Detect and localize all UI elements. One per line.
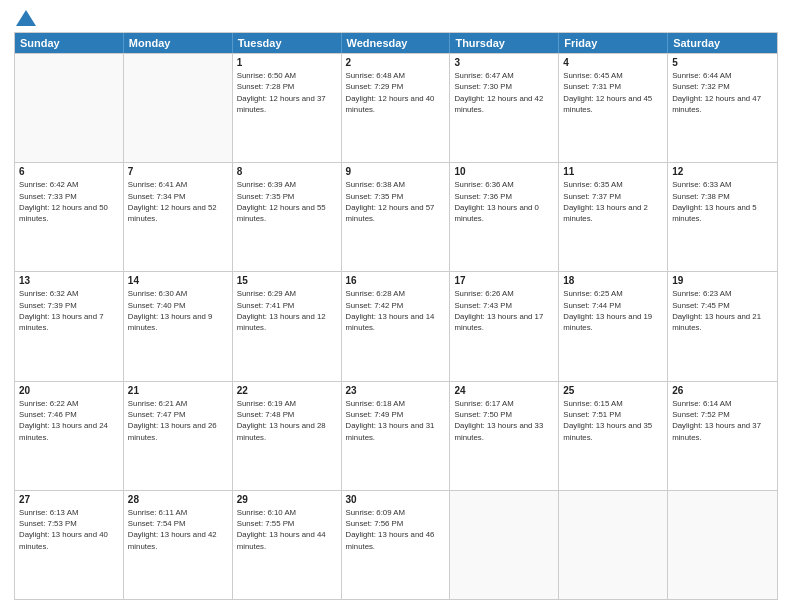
sun-info: Sunrise: 6:30 AM Sunset: 7:40 PM Dayligh… [128, 288, 228, 333]
sun-info: Sunrise: 6:23 AM Sunset: 7:45 PM Dayligh… [672, 288, 773, 333]
logo-icon [16, 10, 36, 26]
day-number: 3 [454, 57, 554, 68]
calendar-row-1: 6Sunrise: 6:42 AM Sunset: 7:33 PM Daylig… [15, 162, 777, 271]
sun-info: Sunrise: 6:35 AM Sunset: 7:37 PM Dayligh… [563, 179, 663, 224]
sun-info: Sunrise: 6:48 AM Sunset: 7:29 PM Dayligh… [346, 70, 446, 115]
calendar-cell: 10Sunrise: 6:36 AM Sunset: 7:36 PM Dayli… [450, 163, 559, 271]
day-number: 24 [454, 385, 554, 396]
calendar-cell: 25Sunrise: 6:15 AM Sunset: 7:51 PM Dayli… [559, 382, 668, 490]
header [14, 12, 778, 24]
sun-info: Sunrise: 6:45 AM Sunset: 7:31 PM Dayligh… [563, 70, 663, 115]
calendar-cell: 14Sunrise: 6:30 AM Sunset: 7:40 PM Dayli… [124, 272, 233, 380]
calendar-cell: 24Sunrise: 6:17 AM Sunset: 7:50 PM Dayli… [450, 382, 559, 490]
day-number: 5 [672, 57, 773, 68]
day-number: 23 [346, 385, 446, 396]
calendar-cell: 12Sunrise: 6:33 AM Sunset: 7:38 PM Dayli… [668, 163, 777, 271]
day-number: 2 [346, 57, 446, 68]
day-number: 22 [237, 385, 337, 396]
calendar-cell: 29Sunrise: 6:10 AM Sunset: 7:55 PM Dayli… [233, 491, 342, 599]
day-number: 11 [563, 166, 663, 177]
calendar-row-2: 13Sunrise: 6:32 AM Sunset: 7:39 PM Dayli… [15, 271, 777, 380]
sun-info: Sunrise: 6:18 AM Sunset: 7:49 PM Dayligh… [346, 398, 446, 443]
day-number: 12 [672, 166, 773, 177]
calendar-cell: 6Sunrise: 6:42 AM Sunset: 7:33 PM Daylig… [15, 163, 124, 271]
calendar-cell: 22Sunrise: 6:19 AM Sunset: 7:48 PM Dayli… [233, 382, 342, 490]
calendar-cell: 15Sunrise: 6:29 AM Sunset: 7:41 PM Dayli… [233, 272, 342, 380]
day-number: 26 [672, 385, 773, 396]
day-number: 1 [237, 57, 337, 68]
sun-info: Sunrise: 6:33 AM Sunset: 7:38 PM Dayligh… [672, 179, 773, 224]
sun-info: Sunrise: 6:19 AM Sunset: 7:48 PM Dayligh… [237, 398, 337, 443]
sun-info: Sunrise: 6:39 AM Sunset: 7:35 PM Dayligh… [237, 179, 337, 224]
calendar-cell: 16Sunrise: 6:28 AM Sunset: 7:42 PM Dayli… [342, 272, 451, 380]
day-number: 28 [128, 494, 228, 505]
calendar-cell: 9Sunrise: 6:38 AM Sunset: 7:35 PM Daylig… [342, 163, 451, 271]
calendar-row-3: 20Sunrise: 6:22 AM Sunset: 7:46 PM Dayli… [15, 381, 777, 490]
sun-info: Sunrise: 6:42 AM Sunset: 7:33 PM Dayligh… [19, 179, 119, 224]
calendar: SundayMondayTuesdayWednesdayThursdayFrid… [14, 32, 778, 600]
sun-info: Sunrise: 6:17 AM Sunset: 7:50 PM Dayligh… [454, 398, 554, 443]
sun-info: Sunrise: 6:09 AM Sunset: 7:56 PM Dayligh… [346, 507, 446, 552]
calendar-cell: 4Sunrise: 6:45 AM Sunset: 7:31 PM Daylig… [559, 54, 668, 162]
sun-info: Sunrise: 6:47 AM Sunset: 7:30 PM Dayligh… [454, 70, 554, 115]
sun-info: Sunrise: 6:28 AM Sunset: 7:42 PM Dayligh… [346, 288, 446, 333]
header-day-wednesday: Wednesday [342, 33, 451, 53]
day-number: 13 [19, 275, 119, 286]
calendar-cell: 28Sunrise: 6:11 AM Sunset: 7:54 PM Dayli… [124, 491, 233, 599]
calendar-cell [559, 491, 668, 599]
header-day-friday: Friday [559, 33, 668, 53]
day-number: 18 [563, 275, 663, 286]
calendar-cell: 3Sunrise: 6:47 AM Sunset: 7:30 PM Daylig… [450, 54, 559, 162]
day-number: 6 [19, 166, 119, 177]
sun-info: Sunrise: 6:50 AM Sunset: 7:28 PM Dayligh… [237, 70, 337, 115]
sun-info: Sunrise: 6:44 AM Sunset: 7:32 PM Dayligh… [672, 70, 773, 115]
header-day-sunday: Sunday [15, 33, 124, 53]
sun-info: Sunrise: 6:32 AM Sunset: 7:39 PM Dayligh… [19, 288, 119, 333]
day-number: 27 [19, 494, 119, 505]
calendar-body: 1Sunrise: 6:50 AM Sunset: 7:28 PM Daylig… [15, 53, 777, 599]
calendar-cell: 2Sunrise: 6:48 AM Sunset: 7:29 PM Daylig… [342, 54, 451, 162]
header-day-thursday: Thursday [450, 33, 559, 53]
sun-info: Sunrise: 6:29 AM Sunset: 7:41 PM Dayligh… [237, 288, 337, 333]
sun-info: Sunrise: 6:15 AM Sunset: 7:51 PM Dayligh… [563, 398, 663, 443]
header-day-saturday: Saturday [668, 33, 777, 53]
calendar-cell: 21Sunrise: 6:21 AM Sunset: 7:47 PM Dayli… [124, 382, 233, 490]
day-number: 19 [672, 275, 773, 286]
header-day-tuesday: Tuesday [233, 33, 342, 53]
svg-marker-0 [16, 10, 36, 26]
day-number: 25 [563, 385, 663, 396]
calendar-cell: 23Sunrise: 6:18 AM Sunset: 7:49 PM Dayli… [342, 382, 451, 490]
day-number: 20 [19, 385, 119, 396]
sun-info: Sunrise: 6:25 AM Sunset: 7:44 PM Dayligh… [563, 288, 663, 333]
logo [14, 12, 36, 24]
calendar-cell: 11Sunrise: 6:35 AM Sunset: 7:37 PM Dayli… [559, 163, 668, 271]
sun-info: Sunrise: 6:36 AM Sunset: 7:36 PM Dayligh… [454, 179, 554, 224]
calendar-cell: 27Sunrise: 6:13 AM Sunset: 7:53 PM Dayli… [15, 491, 124, 599]
day-number: 15 [237, 275, 337, 286]
calendar-cell: 13Sunrise: 6:32 AM Sunset: 7:39 PM Dayli… [15, 272, 124, 380]
day-number: 17 [454, 275, 554, 286]
day-number: 30 [346, 494, 446, 505]
header-day-monday: Monday [124, 33, 233, 53]
calendar-cell: 26Sunrise: 6:14 AM Sunset: 7:52 PM Dayli… [668, 382, 777, 490]
calendar-row-0: 1Sunrise: 6:50 AM Sunset: 7:28 PM Daylig… [15, 53, 777, 162]
day-number: 4 [563, 57, 663, 68]
calendar-row-4: 27Sunrise: 6:13 AM Sunset: 7:53 PM Dayli… [15, 490, 777, 599]
sun-info: Sunrise: 6:13 AM Sunset: 7:53 PM Dayligh… [19, 507, 119, 552]
calendar-cell: 5Sunrise: 6:44 AM Sunset: 7:32 PM Daylig… [668, 54, 777, 162]
day-number: 10 [454, 166, 554, 177]
day-number: 29 [237, 494, 337, 505]
sun-info: Sunrise: 6:38 AM Sunset: 7:35 PM Dayligh… [346, 179, 446, 224]
calendar-cell: 20Sunrise: 6:22 AM Sunset: 7:46 PM Dayli… [15, 382, 124, 490]
calendar-cell: 7Sunrise: 6:41 AM Sunset: 7:34 PM Daylig… [124, 163, 233, 271]
day-number: 14 [128, 275, 228, 286]
sun-info: Sunrise: 6:14 AM Sunset: 7:52 PM Dayligh… [672, 398, 773, 443]
calendar-cell [668, 491, 777, 599]
calendar-cell: 19Sunrise: 6:23 AM Sunset: 7:45 PM Dayli… [668, 272, 777, 380]
day-number: 21 [128, 385, 228, 396]
sun-info: Sunrise: 6:10 AM Sunset: 7:55 PM Dayligh… [237, 507, 337, 552]
calendar-cell: 1Sunrise: 6:50 AM Sunset: 7:28 PM Daylig… [233, 54, 342, 162]
sun-info: Sunrise: 6:21 AM Sunset: 7:47 PM Dayligh… [128, 398, 228, 443]
sun-info: Sunrise: 6:41 AM Sunset: 7:34 PM Dayligh… [128, 179, 228, 224]
calendar-cell [124, 54, 233, 162]
